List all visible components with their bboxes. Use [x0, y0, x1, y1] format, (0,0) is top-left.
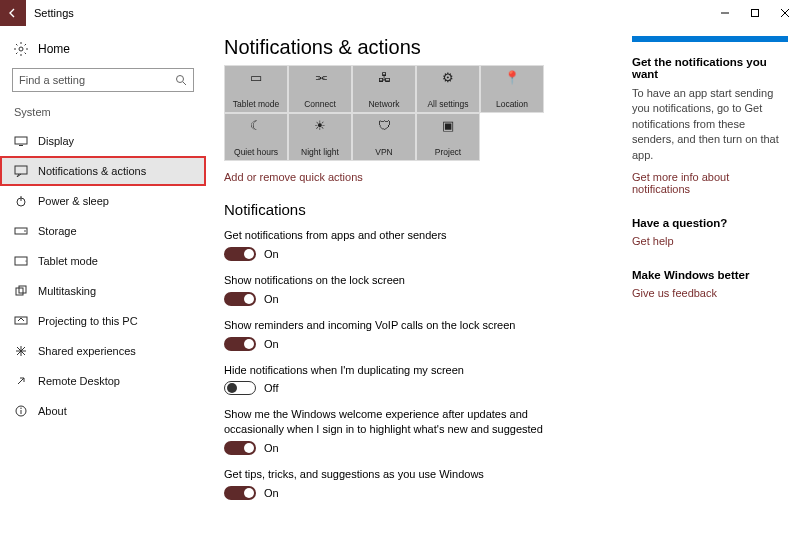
- sidebar-item-tablet[interactable]: Tablet mode: [0, 246, 206, 276]
- quick-action-all-settings[interactable]: ⚙All settings: [416, 65, 480, 113]
- sidebar-item-storage[interactable]: Storage: [0, 216, 206, 246]
- setting-label: Show me the Windows welcome experience a…: [224, 407, 554, 437]
- search-icon: [175, 74, 187, 86]
- right-better-heading: Make Windows better: [632, 269, 788, 281]
- tablet-icon: ▭: [250, 70, 262, 88]
- notification-icon: [14, 164, 28, 178]
- toggle-apps-senders[interactable]: [224, 247, 256, 261]
- svg-line-4: [183, 82, 186, 85]
- setting-reminders-voip: Show reminders and incoming VoIP calls o…: [224, 318, 616, 351]
- toggle-hide-duplicating[interactable]: [224, 381, 256, 395]
- setting-hide-duplicating: Hide notifications when I'm duplicating …: [224, 363, 616, 396]
- right-rail: Get the notifications you want To have a…: [628, 26, 800, 552]
- sidebar-item-label: Multitasking: [38, 285, 96, 297]
- sidebar-section-label: System: [0, 106, 206, 126]
- minimize-button[interactable]: [710, 0, 740, 26]
- search-input[interactable]: Find a setting: [12, 68, 194, 92]
- quick-action-vpn[interactable]: 🛡VPN: [352, 113, 416, 161]
- quick-action-network[interactable]: 🖧Network: [352, 65, 416, 113]
- storage-icon: [14, 224, 28, 238]
- quick-action-night-light[interactable]: ☀Night light: [288, 113, 352, 161]
- svg-point-2: [19, 47, 23, 51]
- toggle-state: On: [264, 338, 279, 350]
- setting-tips: Get tips, tricks, and suggestions as you…: [224, 467, 616, 500]
- location-icon: 📍: [504, 70, 520, 88]
- sidebar-item-label: Shared experiences: [38, 345, 136, 357]
- quick-action-project[interactable]: ▣Project: [416, 113, 480, 161]
- sidebar-item-label: Display: [38, 135, 74, 147]
- display-icon: [14, 134, 28, 148]
- svg-point-11: [24, 230, 26, 232]
- feedback-link[interactable]: Give us feedback: [632, 287, 788, 299]
- project-icon: ▣: [442, 118, 454, 136]
- svg-point-3: [177, 76, 184, 83]
- get-help-link[interactable]: Get help: [632, 235, 788, 247]
- setting-label: Get notifications from apps and other se…: [224, 228, 554, 243]
- quick-action-quiet-hours[interactable]: ☾Quiet hours: [224, 113, 288, 161]
- sidebar-item-about[interactable]: About: [0, 396, 206, 426]
- sidebar-home[interactable]: Home: [0, 36, 206, 68]
- arrow-left-icon: [7, 7, 19, 19]
- main-content: Notifications & actions ▭Tablet mode ⫘Co…: [206, 26, 628, 552]
- sidebar-item-notifications[interactable]: Notifications & actions: [0, 156, 206, 186]
- sidebar-item-label: Storage: [38, 225, 77, 237]
- quick-action-connect[interactable]: ⫘Connect: [288, 65, 352, 113]
- sidebar-item-label: Notifications & actions: [38, 165, 146, 177]
- caption-buttons: [710, 0, 800, 26]
- toggle-state: On: [264, 293, 279, 305]
- setting-apps-senders: Get notifications from apps and other se…: [224, 228, 616, 261]
- notifications-heading: Notifications: [224, 201, 616, 218]
- sidebar-item-remote[interactable]: Remote Desktop: [0, 366, 206, 396]
- quick-action-location[interactable]: 📍Location: [480, 65, 544, 113]
- toggle-welcome-experience[interactable]: [224, 441, 256, 455]
- add-remove-quick-actions-link[interactable]: Add or remove quick actions: [224, 171, 616, 183]
- sidebar-item-label: Remote Desktop: [38, 375, 120, 387]
- sidebar-item-projecting[interactable]: Projecting to this PC: [0, 306, 206, 336]
- window-title: Settings: [26, 7, 74, 19]
- svg-rect-12: [15, 257, 27, 265]
- right-notif-body: To have an app start sending you notific…: [632, 86, 788, 163]
- sidebar-item-label: About: [38, 405, 67, 417]
- more-info-link[interactable]: Get more info about notifications: [632, 171, 788, 195]
- setting-label: Hide notifications when I'm duplicating …: [224, 363, 554, 378]
- sidebar-item-label: Projecting to this PC: [38, 315, 138, 327]
- info-icon: [14, 404, 28, 418]
- toggle-lock-screen[interactable]: [224, 292, 256, 306]
- search-placeholder: Find a setting: [19, 74, 85, 86]
- shield-icon: 🛡: [378, 118, 391, 136]
- sidebar-item-multitasking[interactable]: Multitasking: [0, 276, 206, 306]
- page-title: Notifications & actions: [224, 36, 616, 59]
- svg-rect-5: [15, 137, 27, 144]
- sidebar-item-display[interactable]: Display: [0, 126, 206, 156]
- toggle-state: On: [264, 248, 279, 260]
- maximize-button[interactable]: [740, 0, 770, 26]
- setting-welcome-experience: Show me the Windows welcome experience a…: [224, 407, 616, 455]
- quick-action-tablet-mode[interactable]: ▭Tablet mode: [224, 65, 288, 113]
- remote-icon: [14, 374, 28, 388]
- toggle-state: Off: [264, 382, 278, 394]
- tablet-icon: [14, 254, 28, 268]
- toggle-reminders-voip[interactable]: [224, 337, 256, 351]
- setting-label: Show reminders and incoming VoIP calls o…: [224, 318, 554, 333]
- shared-icon: [14, 344, 28, 358]
- back-button[interactable]: [0, 0, 26, 26]
- sidebar-home-label: Home: [38, 42, 70, 56]
- toggle-state: On: [264, 487, 279, 499]
- network-icon: 🖧: [378, 70, 391, 88]
- gear-icon: [14, 42, 28, 56]
- sidebar-item-shared[interactable]: Shared experiences: [0, 336, 206, 366]
- setting-label: Show notifications on the lock screen: [224, 273, 554, 288]
- sidebar-item-label: Power & sleep: [38, 195, 109, 207]
- titlebar: Settings: [0, 0, 800, 26]
- toggle-tips[interactable]: [224, 486, 256, 500]
- quick-actions-grid: ▭Tablet mode ⫘Connect 🖧Network ⚙All sett…: [224, 65, 544, 161]
- right-question-heading: Have a question?: [632, 217, 788, 229]
- right-notif-heading: Get the notifications you want: [632, 56, 788, 80]
- sun-icon: ☀: [314, 118, 326, 136]
- sidebar-item-label: Tablet mode: [38, 255, 98, 267]
- sidebar-item-power[interactable]: Power & sleep: [0, 186, 206, 216]
- multitasking-icon: [14, 284, 28, 298]
- moon-icon: ☾: [250, 118, 262, 136]
- gear-icon: ⚙: [442, 70, 454, 88]
- close-button[interactable]: [770, 0, 800, 26]
